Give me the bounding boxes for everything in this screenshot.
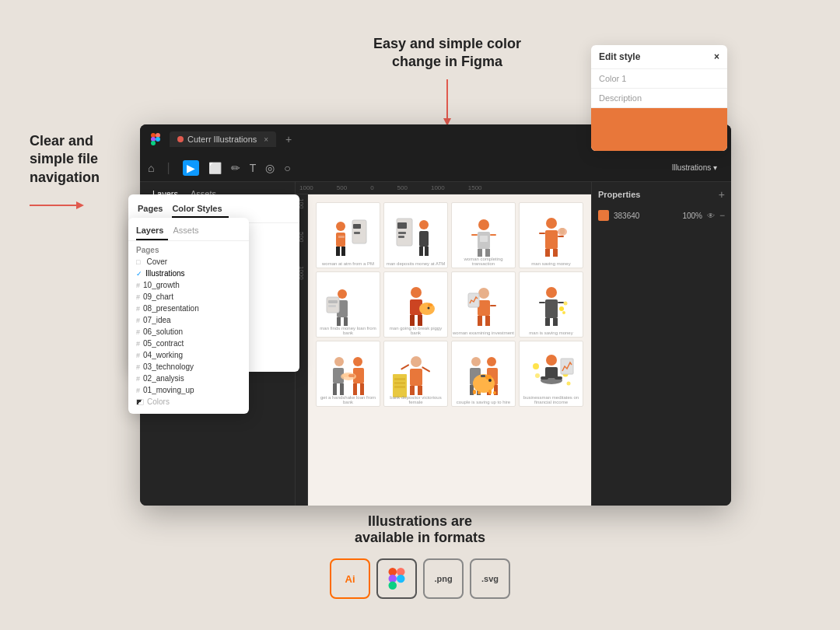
illustration-cell: couple is saving up to hire bbox=[451, 341, 516, 407]
svg-rect-42 bbox=[328, 300, 338, 303]
svg-point-105 bbox=[546, 355, 557, 366]
svg-rect-25 bbox=[471, 234, 478, 236]
illustration-row-3: get a handshake loan from bank bbox=[316, 341, 583, 407]
layers-page-03technology[interactable]: # 03_technology bbox=[128, 361, 249, 373]
tab-close-icon[interactable]: × bbox=[264, 135, 268, 144]
svg-point-59 bbox=[546, 287, 557, 298]
svg-rect-55 bbox=[485, 316, 490, 326]
cs-tab-color-styles[interactable]: Color Styles bbox=[172, 202, 228, 218]
toolbar-hand-tool[interactable]: ○ bbox=[284, 162, 290, 174]
illustration-cell: man is saving money bbox=[519, 271, 583, 338]
layers-page-08presentation[interactable]: # 08_presentation bbox=[128, 303, 249, 314]
svg-rect-27 bbox=[480, 236, 488, 242]
edit-style-title: Edit style bbox=[599, 51, 640, 62]
toolbar-select-tool[interactable]: ▶ bbox=[183, 160, 199, 176]
illustration-cell: woman examining investment bbox=[451, 271, 516, 338]
illus-caption: bank depositor victorious female bbox=[384, 395, 447, 404]
toolbar-shapes-tool[interactable]: ◎ bbox=[265, 162, 275, 174]
svg-rect-77 bbox=[342, 374, 348, 377]
format-badge-png: .png bbox=[423, 558, 464, 599]
illus-caption: man finds money loan from bank bbox=[317, 326, 380, 335]
layers-page-02analysis[interactable]: # 02_analysis bbox=[128, 373, 249, 384]
layers-page-10growth[interactable]: # 10_growth bbox=[128, 279, 249, 291]
illus-caption: man deposits money at ATM bbox=[384, 261, 447, 266]
svg-rect-60 bbox=[545, 299, 558, 318]
figma-active-tab[interactable]: Cuterr Illustrations × bbox=[170, 131, 276, 147]
illus-caption: man is saving money bbox=[520, 331, 583, 335]
svg-rect-84 bbox=[422, 366, 430, 373]
illustration-row-2: man finds money loan from bank bbox=[316, 271, 583, 338]
svg-rect-115 bbox=[561, 359, 573, 374]
top-annotation: Easy and simple color change in Figma bbox=[373, 35, 521, 126]
svg-rect-61 bbox=[545, 318, 550, 326]
illustration-grid: woman at atm from a PM bbox=[308, 194, 591, 506]
svg-rect-109 bbox=[555, 376, 562, 380]
svg-point-99 bbox=[488, 379, 492, 382]
svg-point-44 bbox=[411, 287, 422, 298]
tab-indicator bbox=[177, 136, 184, 142]
edit-style-color-swatch[interactable] bbox=[591, 108, 727, 151]
left-arrow-icon bbox=[30, 201, 84, 210]
svg-rect-19 bbox=[398, 232, 406, 234]
fill-visibility-icon[interactable]: 👁 bbox=[707, 212, 715, 220]
layers-page-09chart[interactable]: # 09_chart bbox=[128, 291, 249, 303]
layers-popup-tab-assets[interactable]: Assets bbox=[168, 224, 203, 240]
layers-page-illustrations[interactable]: ✓ Illustrations bbox=[128, 268, 249, 279]
illus-caption: businessman meditates on financial incom… bbox=[520, 395, 583, 404]
svg-rect-33 bbox=[558, 236, 564, 237]
cs-tab-pages[interactable]: Pages bbox=[138, 202, 169, 218]
layers-popup-tab-layers[interactable]: Layers bbox=[136, 224, 168, 240]
layers-page-05contract[interactable]: # 05_contract bbox=[128, 338, 249, 349]
illus-caption: woman examining investment bbox=[452, 331, 515, 335]
fill-color-swatch[interactable] bbox=[598, 210, 609, 221]
layers-page-07idea[interactable]: # 07_idea bbox=[128, 314, 249, 326]
illustration-cell: man finds money loan from bank bbox=[316, 271, 380, 338]
svg-rect-16 bbox=[419, 247, 423, 256]
layers-page-cover[interactable]: □Cover bbox=[128, 256, 249, 268]
svg-rect-104 bbox=[481, 375, 485, 377]
svg-point-21 bbox=[478, 219, 489, 230]
svg-point-67 bbox=[562, 311, 565, 314]
fill-hex-value[interactable]: 383640 bbox=[614, 212, 677, 220]
illus-caption: get a handshake loan from bank bbox=[317, 395, 380, 404]
svg-rect-58 bbox=[468, 293, 479, 307]
svg-point-120 bbox=[397, 575, 405, 583]
svg-rect-11 bbox=[353, 224, 361, 229]
svg-rect-93 bbox=[470, 385, 474, 395]
toolbar-frame-tool[interactable]: ⬜ bbox=[208, 162, 222, 174]
svg-rect-26 bbox=[490, 234, 496, 236]
illustration-cell: get a handshake loan from bank bbox=[316, 341, 380, 407]
illustration-cell: man saving money bbox=[519, 202, 583, 268]
svg-point-65 bbox=[559, 306, 564, 311]
edit-style-close-button[interactable]: × bbox=[714, 51, 719, 62]
toolbar-illustrations-label: Illustrations ▾ bbox=[672, 163, 717, 172]
svg-rect-23 bbox=[478, 249, 482, 257]
tab-title: Cuterr Illustrations bbox=[187, 135, 257, 144]
svg-rect-57 bbox=[490, 305, 496, 306]
figma-logo-icon bbox=[148, 131, 163, 147]
svg-rect-9 bbox=[341, 247, 345, 256]
fill-remove-button[interactable]: − bbox=[719, 210, 725, 221]
svg-rect-51 bbox=[422, 311, 432, 313]
svg-rect-8 bbox=[336, 247, 340, 256]
toolbar-home-icon[interactable]: ⌂ bbox=[148, 162, 154, 174]
svg-rect-20 bbox=[398, 236, 404, 238]
layers-colors-item[interactable]: Colors bbox=[128, 396, 249, 408]
properties-add-button[interactable]: + bbox=[719, 188, 725, 201]
svg-point-14 bbox=[419, 220, 429, 229]
new-tab-button[interactable]: + bbox=[285, 133, 292, 145]
fill-opacity-value[interactable]: 100% bbox=[682, 212, 702, 220]
svg-rect-32 bbox=[539, 233, 545, 234]
svg-rect-81 bbox=[410, 386, 415, 395]
svg-rect-18 bbox=[397, 222, 407, 229]
edit-style-name-field[interactable]: Color 1 bbox=[591, 69, 727, 89]
toolbar-pen-tool[interactable]: ✏ bbox=[231, 162, 240, 174]
svg-rect-103 bbox=[493, 391, 496, 394]
layers-page-06solution[interactable]: # 06_solution bbox=[128, 326, 249, 338]
toolbar-text-tool[interactable]: T bbox=[250, 162, 257, 174]
format-badges: Ai .png .svg bbox=[0, 558, 840, 599]
layers-page-04working[interactable]: # 04_working bbox=[128, 349, 249, 361]
edit-style-desc-field[interactable]: Description bbox=[591, 89, 727, 108]
top-annotation-title: Easy and simple color change in Figma bbox=[373, 35, 521, 72]
layers-page-01movingup[interactable]: # 01_moving_up bbox=[128, 384, 249, 396]
